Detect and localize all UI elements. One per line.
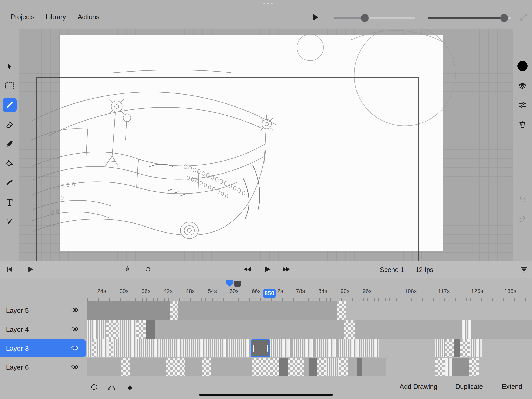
color-swatch-button[interactable] — [517, 61, 527, 71]
frame-segment[interactable] — [270, 339, 379, 357]
frame-segment[interactable] — [355, 320, 462, 339]
frame-segment[interactable] — [87, 320, 106, 339]
frame-segment[interactable] — [136, 320, 146, 339]
menu-library[interactable]: Library — [46, 13, 66, 21]
select-tool-button[interactable] — [5, 62, 14, 71]
frame-segment[interactable] — [435, 358, 445, 376]
extend-button[interactable]: Extend — [502, 383, 522, 391]
brush-tool-button[interactable] — [3, 98, 17, 112]
frame-segment[interactable] — [445, 358, 452, 376]
left-slider[interactable] — [334, 14, 415, 22]
play-button[interactable] — [263, 265, 271, 273]
frame-segment[interactable] — [470, 339, 482, 357]
clip-settings-button[interactable] — [89, 383, 98, 391]
step-back-button[interactable] — [6, 265, 13, 273]
frame-segment[interactable] — [106, 320, 119, 339]
frame-segment[interactable] — [452, 358, 469, 376]
window-drag-handle[interactable] — [263, 3, 272, 5]
timeline-marker-frame[interactable] — [234, 281, 241, 287]
frame-segment[interactable] — [304, 358, 309, 376]
keyframe-button[interactable]: ◆ — [126, 383, 134, 391]
timeline-collapse-button[interactable] — [520, 265, 528, 273]
frame-segment[interactable] — [155, 320, 344, 339]
frame-segment[interactable] — [170, 301, 178, 320]
frame-segment[interactable] — [211, 358, 252, 376]
eyedropper-tool-button[interactable] — [5, 178, 14, 187]
left-slider-knob[interactable] — [361, 14, 368, 22]
visibility-eye-icon[interactable] — [71, 345, 78, 351]
frame-segment[interactable] — [469, 358, 479, 376]
frame-segment[interactable] — [96, 339, 109, 357]
fps-label[interactable]: 12 fps — [415, 266, 433, 274]
frame-segment[interactable] — [472, 320, 532, 339]
frame-segment[interactable] — [146, 320, 155, 339]
canvas[interactable] — [19, 29, 513, 261]
ink-pen-tool-button[interactable] — [5, 139, 14, 148]
right-slider[interactable] — [428, 14, 511, 22]
frame-segment[interactable] — [462, 320, 472, 339]
frame-segment[interactable] — [185, 358, 202, 376]
frame-segment[interactable] — [339, 358, 348, 376]
frame-segment[interactable] — [460, 339, 470, 357]
layer-track-layer-6[interactable] — [87, 358, 532, 376]
frame-segment[interactable] — [109, 339, 114, 357]
frame-segment[interactable] — [348, 358, 357, 376]
scene-label[interactable]: Scene 1 — [380, 266, 404, 274]
frame-segment[interactable] — [252, 358, 279, 376]
frame-segment[interactable] — [114, 339, 251, 357]
undo-button[interactable] — [518, 194, 527, 204]
current-frame-badge[interactable]: 850 — [263, 289, 276, 298]
frame-segment[interactable] — [119, 320, 136, 339]
fill-bucket-tool-button[interactable] — [5, 159, 14, 168]
layer-track-layer-5[interactable] — [87, 301, 532, 320]
frame-segment[interactable] — [445, 339, 454, 357]
frame-segment[interactable] — [454, 339, 460, 357]
rewind-button[interactable] — [243, 265, 252, 273]
layer-label-layer-5[interactable]: Layer 5 — [0, 301, 86, 320]
step-forward-button[interactable] — [26, 265, 34, 273]
vector-brush-tool-button[interactable] — [5, 217, 14, 226]
right-slider-knob[interactable] — [500, 14, 508, 22]
frame-segment[interactable] — [279, 358, 288, 376]
text-tool-button[interactable]: T — [5, 198, 14, 207]
visibility-eye-icon[interactable] — [71, 326, 78, 332]
layer-label-layer-4[interactable]: Layer 4 — [0, 320, 86, 339]
motion-path-button[interactable] — [108, 383, 116, 391]
home-indicator[interactable] — [199, 394, 333, 396]
frame-segment[interactable] — [337, 301, 346, 320]
frame-segment[interactable] — [87, 339, 92, 357]
frame-segment[interactable] — [121, 358, 130, 376]
adjustments-button[interactable] — [518, 100, 527, 110]
visibility-eye-icon[interactable] — [71, 308, 78, 313]
frame-segment[interactable] — [326, 358, 339, 376]
frame-segment[interactable] — [309, 358, 317, 376]
frame-segment[interactable] — [357, 358, 362, 376]
visibility-eye-icon[interactable] — [71, 364, 78, 370]
add-drawing-button[interactable]: Add Drawing — [400, 383, 437, 391]
frame-segment[interactable] — [202, 358, 211, 376]
playhead-line[interactable] — [269, 298, 269, 377]
frame-segment[interactable] — [178, 301, 337, 320]
layer-track-layer-4[interactable] — [87, 320, 532, 339]
onion-skin-button[interactable] — [124, 265, 132, 273]
frame-segment[interactable] — [288, 358, 304, 376]
frame-segment[interactable] — [344, 320, 355, 339]
duplicate-button[interactable]: Duplicate — [455, 383, 483, 391]
frame-segment[interactable] — [362, 358, 386, 376]
redo-button[interactable] — [518, 214, 527, 224]
marquee-select-tool-button[interactable] — [5, 81, 14, 90]
menu-actions[interactable]: Actions — [78, 13, 99, 21]
add-layer-button[interactable]: + — [5, 382, 13, 391]
frame-segment[interactable] — [87, 358, 121, 376]
menu-projects[interactable]: Projects — [11, 13, 34, 21]
layer-label-layer-6[interactable]: Layer 6 — [0, 358, 86, 376]
delete-button[interactable] — [518, 120, 527, 129]
frame-segment[interactable] — [435, 339, 445, 357]
preview-play-button[interactable] — [312, 13, 320, 22]
frame-segment[interactable] — [130, 358, 165, 376]
selected-frame[interactable] — [251, 339, 270, 357]
frame-segment[interactable] — [87, 301, 170, 320]
layers-button[interactable] — [518, 81, 527, 90]
fast-forward-button[interactable] — [282, 265, 291, 273]
fullscreen-expand-icon[interactable] — [520, 13, 528, 22]
